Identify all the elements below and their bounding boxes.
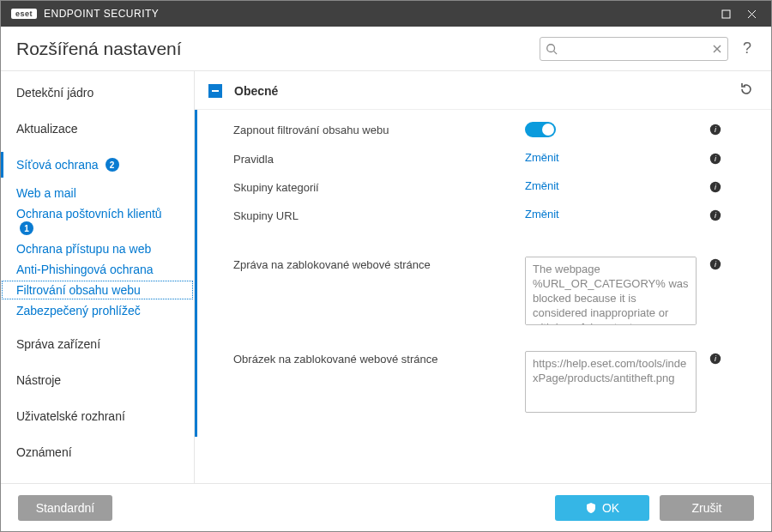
info-icon[interactable]: i (705, 122, 726, 136)
reset-icon[interactable] (739, 82, 754, 100)
section-header-general: Obecné (195, 71, 771, 110)
textarea-blocked-image[interactable] (525, 351, 697, 413)
footer: Standardní OK Zrušit (1, 483, 771, 531)
svg-line-4 (554, 51, 558, 54)
row-enable-filter: Zapnout filtrování obsahu webu i (197, 115, 771, 144)
window-close-button[interactable] (739, 1, 764, 27)
ok-button[interactable]: OK (555, 495, 649, 521)
info-icon[interactable]: i (705, 151, 726, 165)
sidebar-sub-web-content-filter[interactable]: Filtrování obsahu webu (1, 280, 194, 300)
toggle-enable-filter[interactable] (525, 122, 556, 137)
row-blocked-image: Obrázek na zablokované webové stránce i (197, 344, 771, 420)
label-url-groups: Skupiny URL (233, 208, 525, 222)
link-category-groups-edit[interactable]: Změnit (525, 179, 559, 192)
sidebar: Detekční jádro Aktualizace Síťová ochran… (1, 71, 194, 483)
sidebar-item-update[interactable]: Aktualizace (1, 116, 194, 142)
page-title: Rozšířená nastavení (16, 39, 182, 59)
clear-search-icon[interactable] (712, 44, 722, 54)
row-category-groups: Skupiny kategorií Změnit i (197, 172, 771, 201)
header: Rozšířená nastavení ? (1, 27, 771, 71)
window-maximize-button[interactable] (713, 1, 739, 27)
default-button[interactable]: Standardní (18, 495, 112, 521)
search-icon (546, 43, 558, 55)
settings-rows: Zapnout filtrování obsahu webu i Pravidl… (195, 110, 771, 437)
help-button[interactable]: ? (739, 39, 756, 57)
svg-rect-0 (722, 10, 730, 18)
label-rules: Pravidla (233, 151, 525, 166)
sidebar-sub-web-mail[interactable]: Web a mail (1, 183, 194, 203)
sidebar-item-device-control[interactable]: Správa zařízení (1, 331, 194, 357)
titlebar: eset ENDPOINT SECURITY (1, 1, 771, 27)
label-blocked-image: Obrázek na zablokované webové stránce (233, 351, 525, 366)
svg-point-3 (547, 44, 555, 51)
link-url-groups-edit[interactable]: Změnit (525, 208, 559, 221)
sidebar-item-ui[interactable]: Uživatelské rozhraní (1, 403, 194, 429)
cancel-button[interactable]: Zrušit (660, 495, 754, 521)
collapse-icon[interactable] (208, 84, 222, 98)
info-icon[interactable]: i (705, 208, 726, 221)
link-rules-edit[interactable]: Změnit (525, 151, 559, 164)
sidebar-sub-antiphishing[interactable]: Anti-Phishingová ochrana (1, 259, 194, 280)
badge-network: 2 (106, 158, 119, 172)
label-blocked-message: Zpráva na zablokované webové stránce (233, 257, 525, 271)
row-blocked-message: Zpráva na zablokované webové stránce i (197, 250, 771, 332)
body: Detekční jádro Aktualizace Síťová ochran… (1, 71, 771, 483)
shield-icon (585, 502, 597, 514)
brand-text: ENDPOINT SECURITY (44, 8, 159, 20)
info-icon[interactable]: i (705, 257, 726, 270)
app-window: eset ENDPOINT SECURITY Rozšířená nastave… (0, 0, 772, 532)
info-icon[interactable]: i (705, 351, 726, 365)
brand-logo: eset (11, 9, 37, 19)
sidebar-sub-web-access[interactable]: Ochrana přístupu na web (1, 239, 194, 259)
main-panel: Obecné Zapnout filtrování obsahu webu i (194, 71, 771, 483)
badge-mail: 1 (20, 221, 33, 235)
label-category-groups: Skupiny kategorií (233, 179, 525, 194)
sidebar-sub-secure-browser[interactable]: Zabezpečený prohlížeč (1, 300, 194, 321)
sidebar-item-tools[interactable]: Nástroje (1, 367, 194, 393)
sidebar-item-notifications[interactable]: Oznámení (1, 439, 194, 465)
textarea-blocked-message[interactable] (525, 257, 697, 325)
section-title: Obecné (234, 84, 739, 98)
label-enable-filter: Zapnout filtrování obsahu webu (233, 122, 525, 136)
sidebar-sub-mail-clients[interactable]: Ochrana poštovních klientů 1 (1, 203, 194, 239)
search-input[interactable] (558, 42, 712, 55)
row-url-groups: Skupiny URL Změnit i (197, 201, 771, 229)
sidebar-item-detection-core[interactable]: Detekční jádro (1, 80, 194, 106)
brand: eset ENDPOINT SECURITY (11, 8, 159, 20)
row-rules: Pravidla Změnit i (197, 144, 771, 172)
sidebar-item-network-protection[interactable]: Síťová ochrana 2 (1, 152, 194, 178)
search-box[interactable] (540, 37, 728, 61)
info-icon[interactable]: i (705, 179, 726, 193)
